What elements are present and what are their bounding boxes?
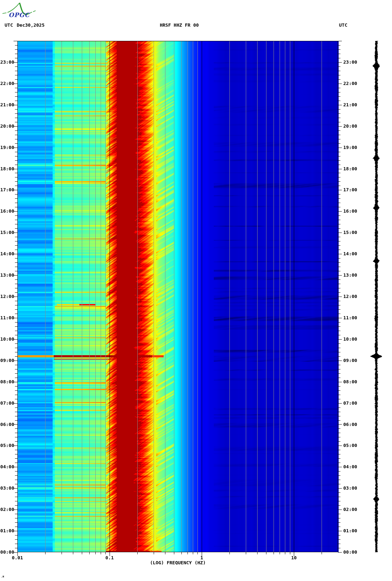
y-tick-label-right: 23:00 [343, 60, 357, 65]
y-tick-label-left: 13:00 [0, 273, 14, 278]
y-tick-label-left: 19:00 [0, 145, 14, 150]
x-axis-title: (LOG) FREQUENCY (HZ) [150, 560, 206, 565]
y-tick-label-left: 00:00 [0, 550, 14, 555]
y-tick-label-right: 14:00 [343, 251, 357, 256]
footer-mark: .H [1, 575, 4, 578]
y-tick-label-right: 20:00 [343, 124, 357, 129]
y-tick-label-right: 18:00 [343, 166, 357, 171]
y-tick-label-left: 11:00 [0, 315, 14, 320]
y-tick-label-right: 07:00 [343, 401, 357, 406]
y-tick-label-left: 04:00 [0, 464, 14, 469]
y-tick-label-left: 18:00 [0, 166, 14, 171]
y-tick-label-right: 09:00 [343, 358, 357, 363]
y-tick-label-left: 02:00 [0, 507, 14, 512]
y-tick-label-left: 07:00 [0, 401, 14, 406]
header-date: Dec30,2025 [17, 23, 44, 28]
y-tick-label-right: 11:00 [343, 315, 357, 320]
opgc-logo: OPGC [1, 1, 38, 19]
spectrogram-plot-canvas [0, 0, 392, 581]
x-tick-label: 1 [200, 555, 203, 560]
x-tick-label: 0.1 [105, 555, 113, 560]
y-tick-label-right: 15:00 [343, 230, 357, 235]
logo-text: OPGC [9, 11, 30, 18]
header-station-title: HRSF HHZ FR 00 [160, 23, 199, 28]
header-utc-left: UTC [5, 23, 13, 28]
y-tick-label-left: 08:00 [0, 379, 14, 384]
y-tick-label-right: 02:00 [343, 507, 357, 512]
y-tick-label-right: 06:00 [343, 422, 357, 427]
y-tick-label-right: 16:00 [343, 209, 357, 214]
y-tick-label-right: 00:00 [343, 550, 357, 555]
y-tick-label-left: 05:00 [0, 443, 14, 448]
y-tick-label-left: 23:00 [0, 60, 14, 65]
y-tick-label-left: 09:00 [0, 358, 14, 363]
y-tick-label-right: 03:00 [343, 486, 357, 491]
y-tick-label-left: 22:00 [0, 81, 14, 86]
y-tick-label-left: 10:00 [0, 337, 14, 342]
y-tick-label-right: 13:00 [343, 273, 357, 278]
y-tick-label-right: 10:00 [343, 337, 357, 342]
y-tick-label-right: 04:00 [343, 464, 357, 469]
logo-dash-left [2, 13, 6, 14]
y-tick-label-left: 17:00 [0, 187, 14, 192]
header-utc-right: UTC [339, 23, 347, 28]
y-tick-label-right: 08:00 [343, 379, 357, 384]
x-tick-label: 10 [291, 555, 297, 560]
spectrogram-page: OPGC UTC Dec30,2025 HRSF HHZ FR 00 UTC 2… [0, 0, 392, 581]
y-tick-label-right: 01:00 [343, 528, 357, 533]
y-tick-label-left: 12:00 [0, 294, 14, 299]
y-tick-label-left: 16:00 [0, 209, 14, 214]
y-tick-label-left: 15:00 [0, 230, 14, 235]
y-tick-label-right: 12:00 [343, 294, 357, 299]
y-tick-label-right: 19:00 [343, 145, 357, 150]
y-tick-label-right: 22:00 [343, 81, 357, 86]
y-tick-label-left: 21:00 [0, 102, 14, 107]
y-tick-label-left: 01:00 [0, 528, 14, 533]
logo-dash-right [30, 11, 36, 13]
y-tick-label-right: 05:00 [343, 443, 357, 448]
y-tick-label-left: 14:00 [0, 251, 14, 256]
y-tick-label-right: 21:00 [343, 102, 357, 107]
logo-ridge-line [7, 3, 20, 12]
y-tick-label-left: 03:00 [0, 486, 14, 491]
x-tick-label: 0.01 [12, 555, 23, 560]
y-tick-label-left: 06:00 [0, 422, 14, 427]
y-tick-label-right: 17:00 [343, 187, 357, 192]
y-tick-label-left: 20:00 [0, 124, 14, 129]
